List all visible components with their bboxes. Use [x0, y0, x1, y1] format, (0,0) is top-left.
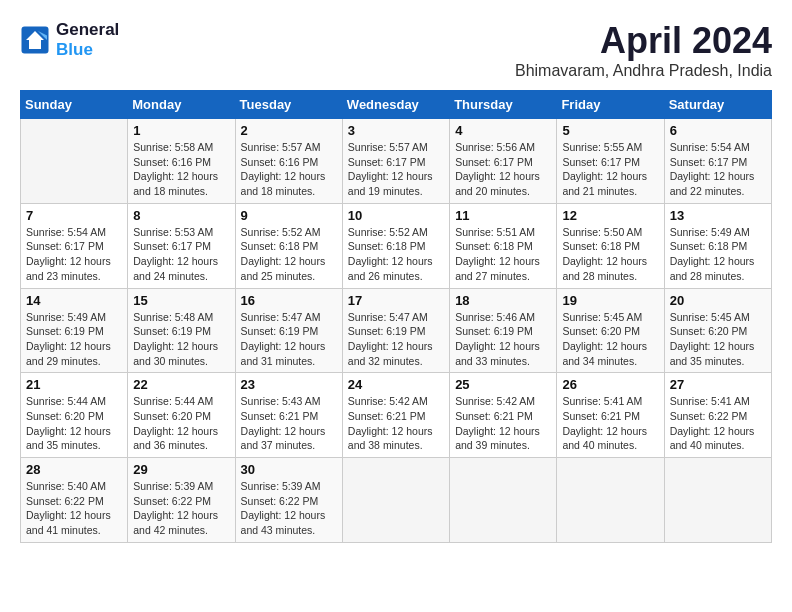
day-info: Sunrise: 5:43 AMSunset: 6:21 PMDaylight:…: [241, 394, 337, 453]
calendar-cell: [342, 458, 449, 543]
calendar-cell: 21Sunrise: 5:44 AMSunset: 6:20 PMDayligh…: [21, 373, 128, 458]
day-number: 21: [26, 377, 122, 392]
calendar-table: SundayMondayTuesdayWednesdayThursdayFrid…: [20, 90, 772, 543]
header: General Blue April 2024 Bhimavaram, Andh…: [20, 20, 772, 80]
calendar-cell: 22Sunrise: 5:44 AMSunset: 6:20 PMDayligh…: [128, 373, 235, 458]
calendar-cell: 24Sunrise: 5:42 AMSunset: 6:21 PMDayligh…: [342, 373, 449, 458]
day-number: 6: [670, 123, 766, 138]
calendar-cell: 26Sunrise: 5:41 AMSunset: 6:21 PMDayligh…: [557, 373, 664, 458]
day-info: Sunrise: 5:47 AMSunset: 6:19 PMDaylight:…: [348, 310, 444, 369]
title-area: April 2024 Bhimavaram, Andhra Pradesh, I…: [515, 20, 772, 80]
day-info: Sunrise: 5:51 AMSunset: 6:18 PMDaylight:…: [455, 225, 551, 284]
day-number: 16: [241, 293, 337, 308]
day-number: 14: [26, 293, 122, 308]
day-number: 11: [455, 208, 551, 223]
day-number: 30: [241, 462, 337, 477]
calendar-week-row: 1Sunrise: 5:58 AMSunset: 6:16 PMDaylight…: [21, 119, 772, 204]
calendar-cell: 7Sunrise: 5:54 AMSunset: 6:17 PMDaylight…: [21, 203, 128, 288]
day-info: Sunrise: 5:48 AMSunset: 6:19 PMDaylight:…: [133, 310, 229, 369]
day-number: 3: [348, 123, 444, 138]
calendar-cell: 14Sunrise: 5:49 AMSunset: 6:19 PMDayligh…: [21, 288, 128, 373]
day-info: Sunrise: 5:56 AMSunset: 6:17 PMDaylight:…: [455, 140, 551, 199]
calendar-week-row: 14Sunrise: 5:49 AMSunset: 6:19 PMDayligh…: [21, 288, 772, 373]
day-info: Sunrise: 5:46 AMSunset: 6:19 PMDaylight:…: [455, 310, 551, 369]
day-number: 8: [133, 208, 229, 223]
calendar-cell: [664, 458, 771, 543]
day-number: 29: [133, 462, 229, 477]
calendar-week-row: 7Sunrise: 5:54 AMSunset: 6:17 PMDaylight…: [21, 203, 772, 288]
month-year: April 2024: [515, 20, 772, 62]
weekday-header-cell: Friday: [557, 91, 664, 119]
calendar-body: 1Sunrise: 5:58 AMSunset: 6:16 PMDaylight…: [21, 119, 772, 543]
day-info: Sunrise: 5:54 AMSunset: 6:17 PMDaylight:…: [26, 225, 122, 284]
day-info: Sunrise: 5:49 AMSunset: 6:19 PMDaylight:…: [26, 310, 122, 369]
weekday-header-row: SundayMondayTuesdayWednesdayThursdayFrid…: [21, 91, 772, 119]
day-info: Sunrise: 5:42 AMSunset: 6:21 PMDaylight:…: [348, 394, 444, 453]
day-number: 12: [562, 208, 658, 223]
day-info: Sunrise: 5:54 AMSunset: 6:17 PMDaylight:…: [670, 140, 766, 199]
day-info: Sunrise: 5:55 AMSunset: 6:17 PMDaylight:…: [562, 140, 658, 199]
calendar-cell: 19Sunrise: 5:45 AMSunset: 6:20 PMDayligh…: [557, 288, 664, 373]
weekday-header-cell: Thursday: [450, 91, 557, 119]
day-number: 28: [26, 462, 122, 477]
day-info: Sunrise: 5:39 AMSunset: 6:22 PMDaylight:…: [241, 479, 337, 538]
calendar-cell: 13Sunrise: 5:49 AMSunset: 6:18 PMDayligh…: [664, 203, 771, 288]
day-info: Sunrise: 5:57 AMSunset: 6:16 PMDaylight:…: [241, 140, 337, 199]
calendar-cell: 28Sunrise: 5:40 AMSunset: 6:22 PMDayligh…: [21, 458, 128, 543]
day-number: 20: [670, 293, 766, 308]
logo: General Blue: [20, 20, 119, 60]
calendar-cell: 16Sunrise: 5:47 AMSunset: 6:19 PMDayligh…: [235, 288, 342, 373]
calendar-cell: 4Sunrise: 5:56 AMSunset: 6:17 PMDaylight…: [450, 119, 557, 204]
day-info: Sunrise: 5:41 AMSunset: 6:22 PMDaylight:…: [670, 394, 766, 453]
calendar-cell: 1Sunrise: 5:58 AMSunset: 6:16 PMDaylight…: [128, 119, 235, 204]
day-number: 17: [348, 293, 444, 308]
day-number: 9: [241, 208, 337, 223]
calendar-cell: 20Sunrise: 5:45 AMSunset: 6:20 PMDayligh…: [664, 288, 771, 373]
day-number: 15: [133, 293, 229, 308]
day-info: Sunrise: 5:53 AMSunset: 6:17 PMDaylight:…: [133, 225, 229, 284]
calendar-cell: [557, 458, 664, 543]
day-number: 19: [562, 293, 658, 308]
calendar-cell: [450, 458, 557, 543]
day-number: 13: [670, 208, 766, 223]
day-number: 5: [562, 123, 658, 138]
day-info: Sunrise: 5:41 AMSunset: 6:21 PMDaylight:…: [562, 394, 658, 453]
calendar-cell: 8Sunrise: 5:53 AMSunset: 6:17 PMDaylight…: [128, 203, 235, 288]
day-info: Sunrise: 5:52 AMSunset: 6:18 PMDaylight:…: [348, 225, 444, 284]
day-number: 2: [241, 123, 337, 138]
logo-text: General Blue: [56, 20, 119, 60]
calendar-cell: 29Sunrise: 5:39 AMSunset: 6:22 PMDayligh…: [128, 458, 235, 543]
calendar-cell: 30Sunrise: 5:39 AMSunset: 6:22 PMDayligh…: [235, 458, 342, 543]
calendar-cell: 23Sunrise: 5:43 AMSunset: 6:21 PMDayligh…: [235, 373, 342, 458]
calendar-cell: 12Sunrise: 5:50 AMSunset: 6:18 PMDayligh…: [557, 203, 664, 288]
calendar-cell: 10Sunrise: 5:52 AMSunset: 6:18 PMDayligh…: [342, 203, 449, 288]
calendar-cell: 3Sunrise: 5:57 AMSunset: 6:17 PMDaylight…: [342, 119, 449, 204]
weekday-header-cell: Wednesday: [342, 91, 449, 119]
calendar-cell: 9Sunrise: 5:52 AMSunset: 6:18 PMDaylight…: [235, 203, 342, 288]
day-number: 4: [455, 123, 551, 138]
day-info: Sunrise: 5:42 AMSunset: 6:21 PMDaylight:…: [455, 394, 551, 453]
weekday-header-cell: Tuesday: [235, 91, 342, 119]
calendar-cell: 15Sunrise: 5:48 AMSunset: 6:19 PMDayligh…: [128, 288, 235, 373]
day-info: Sunrise: 5:57 AMSunset: 6:17 PMDaylight:…: [348, 140, 444, 199]
calendar-cell: 18Sunrise: 5:46 AMSunset: 6:19 PMDayligh…: [450, 288, 557, 373]
calendar-cell: [21, 119, 128, 204]
weekday-header-cell: Saturday: [664, 91, 771, 119]
calendar-cell: 11Sunrise: 5:51 AMSunset: 6:18 PMDayligh…: [450, 203, 557, 288]
weekday-header-cell: Monday: [128, 91, 235, 119]
day-number: 24: [348, 377, 444, 392]
calendar-cell: 17Sunrise: 5:47 AMSunset: 6:19 PMDayligh…: [342, 288, 449, 373]
day-number: 18: [455, 293, 551, 308]
weekday-header-cell: Sunday: [21, 91, 128, 119]
calendar-week-row: 21Sunrise: 5:44 AMSunset: 6:20 PMDayligh…: [21, 373, 772, 458]
day-number: 1: [133, 123, 229, 138]
calendar-week-row: 28Sunrise: 5:40 AMSunset: 6:22 PMDayligh…: [21, 458, 772, 543]
day-number: 10: [348, 208, 444, 223]
calendar-cell: 6Sunrise: 5:54 AMSunset: 6:17 PMDaylight…: [664, 119, 771, 204]
logo-icon: [20, 25, 50, 55]
day-info: Sunrise: 5:44 AMSunset: 6:20 PMDaylight:…: [26, 394, 122, 453]
day-info: Sunrise: 5:52 AMSunset: 6:18 PMDaylight:…: [241, 225, 337, 284]
day-number: 25: [455, 377, 551, 392]
day-number: 27: [670, 377, 766, 392]
day-number: 23: [241, 377, 337, 392]
